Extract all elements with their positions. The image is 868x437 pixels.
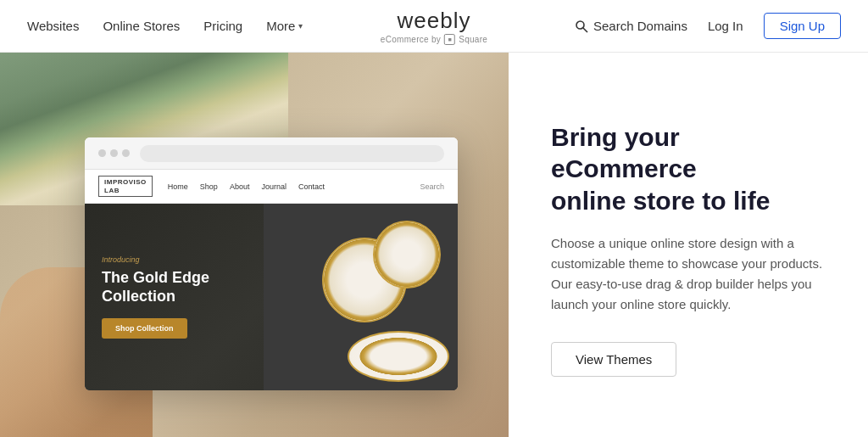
header-actions: Search Domains Log In Sign Up bbox=[575, 13, 841, 39]
browser-dots bbox=[98, 149, 130, 157]
site-nav-links: Home Shop About Journal Contact bbox=[168, 182, 420, 191]
site-search: Search bbox=[420, 182, 444, 191]
login-link[interactable]: Log In bbox=[708, 19, 743, 33]
main-nav: Websites Online Stores Pricing More ▾ bbox=[27, 19, 303, 33]
logo-subtitle: eCommerce by ■ Square bbox=[381, 34, 487, 45]
search-icon bbox=[575, 20, 588, 33]
dot-red bbox=[98, 149, 106, 157]
hero-introducing: Introducing bbox=[102, 255, 247, 264]
dot-yellow bbox=[110, 149, 118, 157]
nav-websites[interactable]: Websites bbox=[27, 19, 79, 33]
site-hero: Introducing The Gold Edge Collection Sho… bbox=[85, 204, 458, 390]
svg-line-1 bbox=[583, 28, 587, 32]
square-icon: ■ bbox=[444, 34, 455, 45]
site-nav-journal: Journal bbox=[261, 182, 287, 191]
shop-collection-button[interactable]: Shop Collection bbox=[102, 318, 187, 339]
dot-green bbox=[122, 149, 130, 157]
browser-mockup: IMPROVISO LAB Home Shop About Journal Co… bbox=[85, 137, 458, 390]
site-nav-home: Home bbox=[168, 182, 188, 191]
right-section: Bring your eCommerce online store to lif… bbox=[509, 53, 868, 437]
logo[interactable]: weebly eCommerce by ■ Square bbox=[381, 8, 487, 45]
hero-title: The Gold Edge Collection bbox=[102, 269, 247, 305]
hero-plates-image bbox=[264, 204, 458, 390]
hero-content: Introducing The Gold Edge Collection Sho… bbox=[85, 204, 264, 390]
site-nav-shop: Shop bbox=[200, 182, 218, 191]
left-section: IMPROVISO LAB Home Shop About Journal Co… bbox=[0, 53, 509, 437]
signup-button[interactable]: Sign Up bbox=[764, 13, 841, 39]
search-domains-button[interactable]: Search Domains bbox=[575, 19, 687, 33]
plate-small bbox=[373, 221, 441, 289]
browser-bar bbox=[85, 137, 458, 170]
nav-online-stores[interactable]: Online Stores bbox=[103, 19, 180, 33]
nav-more[interactable]: More ▾ bbox=[266, 19, 303, 33]
site-nav-contact: Contact bbox=[298, 182, 325, 191]
site-logo: IMPROVISO LAB bbox=[98, 176, 153, 197]
logo-text: weebly bbox=[398, 8, 471, 34]
plate-bowl bbox=[348, 331, 449, 382]
site-nav: IMPROVISO LAB Home Shop About Journal Co… bbox=[85, 170, 458, 204]
chevron-down-icon: ▾ bbox=[298, 21, 303, 31]
main-description: Choose a unique online store design with… bbox=[551, 233, 826, 315]
header: Websites Online Stores Pricing More ▾ we… bbox=[0, 0, 868, 53]
view-themes-button[interactable]: View Themes bbox=[551, 342, 676, 377]
svg-point-0 bbox=[576, 21, 584, 29]
nav-pricing[interactable]: Pricing bbox=[203, 19, 242, 33]
main-heading: Bring your eCommerce online store to lif… bbox=[551, 121, 826, 217]
site-nav-about: About bbox=[230, 182, 250, 191]
main-content: IMPROVISO LAB Home Shop About Journal Co… bbox=[0, 53, 868, 437]
browser-url-bar bbox=[140, 145, 444, 162]
